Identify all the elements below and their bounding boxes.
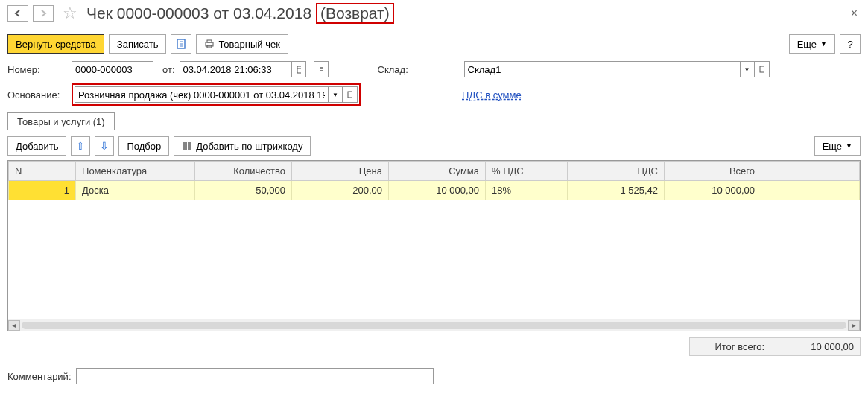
basis-highlight: ▼ (72, 83, 361, 106)
basis-combo: ▼ (75, 86, 358, 103)
col-vat[interactable]: НДС (568, 162, 665, 181)
barcode-button[interactable]: Добавить по штрихкоду (174, 136, 311, 156)
svg-rect-5 (320, 67, 323, 69)
sub-toolbar: Добавить ⇧ ⇩ Подбор Добавить по штрихкод… (7, 136, 861, 156)
title-suffix-highlight: (Возврат) (316, 3, 394, 24)
cell-sum[interactable]: 10 000,00 (389, 181, 486, 200)
more-button[interactable]: Еще ▼ (789, 34, 835, 54)
from-label: от: (162, 64, 175, 75)
col-sum[interactable]: Сумма (389, 162, 486, 181)
select-button[interactable]: Подбор (118, 136, 169, 156)
svg-rect-4 (297, 66, 301, 73)
cell-price[interactable]: 200,00 (292, 181, 389, 200)
tab-goods[interactable]: Товары и услуги (1) (7, 112, 115, 130)
header-row: ☆ Чек 0000-000003 от 03.04.2018 (Возврат… (7, 3, 861, 24)
col-item[interactable]: Номенклатура (76, 162, 195, 181)
cell-total[interactable]: 10 000,00 (665, 181, 761, 200)
date-combo (180, 61, 306, 77)
col-total[interactable]: Всего (665, 162, 761, 181)
sub-more-label: Еще (823, 141, 842, 152)
scroll-left-button[interactable]: ◄ (8, 320, 20, 331)
warehouse-open-button[interactable] (755, 61, 770, 77)
comment-label: Комментарий: (7, 371, 72, 382)
table-row[interactable]: 1 Доска 50,000 200,00 10 000,00 18% 1 52… (9, 181, 860, 200)
chevron-down-icon: ▼ (744, 66, 750, 73)
favorite-star-icon[interactable]: ☆ (63, 4, 77, 23)
tabbar: Товары и услуги (1) (7, 112, 861, 130)
cell-qty[interactable]: 50,000 (195, 181, 292, 200)
title-main: Чек 0000-000003 от 03.04.2018 (86, 4, 311, 22)
col-vat-rate[interactable]: % НДС (486, 162, 568, 181)
nds-link[interactable]: НДС в сумме (462, 89, 522, 101)
cell-item[interactable]: Доска (76, 181, 195, 200)
col-price[interactable]: Цена (292, 162, 389, 181)
number-input[interactable] (72, 61, 153, 77)
move-down-button[interactable]: ⇩ (95, 136, 114, 156)
cell-vat-rate[interactable]: 18% (486, 181, 568, 200)
svg-rect-8 (348, 92, 352, 98)
chevron-down-icon: ▼ (820, 40, 827, 48)
table-container[interactable]: N Номенклатура Количество Цена Сумма % Н… (7, 160, 861, 331)
col-n[interactable]: N (9, 162, 76, 181)
arrow-up-icon: ⇧ (76, 140, 85, 152)
more-label: Еще (797, 39, 817, 50)
page-title: Чек 0000-000003 от 03.04.2018 (Возврат) (86, 3, 394, 24)
add-button[interactable]: Добавить (7, 136, 66, 156)
date-extra-button[interactable] (314, 61, 329, 77)
print-button[interactable]: Товарный чек (196, 34, 288, 54)
table-header-row: N Номенклатура Количество Цена Сумма % Н… (9, 162, 860, 181)
warehouse-combo: ▼ (464, 61, 770, 77)
form-row-2: Основание: ▼ НДС в сумме (7, 83, 861, 106)
total-label: Итог всего: (715, 341, 764, 352)
main-toolbar: Вернуть средства Записать Товарный чек Е… (7, 34, 861, 54)
comment-row: Комментарий: (7, 368, 861, 384)
chevron-down-icon: ▼ (332, 92, 338, 98)
basis-open-button[interactable] (343, 86, 358, 103)
form-row-1: Номер: от: Склад: ▼ (7, 61, 861, 77)
svg-rect-7 (760, 66, 764, 72)
barcode-icon (182, 141, 192, 151)
open-icon (347, 91, 352, 98)
horizontal-scrollbar[interactable]: ◄ ► (8, 319, 860, 331)
refund-button[interactable]: Вернуть средства (7, 34, 104, 54)
col-qty[interactable]: Количество (195, 162, 292, 181)
items-table: N Номенклатура Количество Цена Сумма % Н… (8, 161, 860, 200)
post-document-icon[interactable] (171, 34, 191, 54)
cell-extra[interactable] (761, 181, 860, 200)
scroll-right-button[interactable]: ► (848, 320, 860, 331)
help-button[interactable]: ? (840, 34, 861, 54)
basis-input[interactable] (75, 86, 328, 103)
warehouse-label: Склад: (378, 64, 422, 75)
open-icon (759, 66, 764, 73)
calendar-icon (297, 65, 301, 74)
calendar-button[interactable] (291, 61, 306, 77)
nav-back-button[interactable] (7, 5, 28, 22)
barcode-label: Добавить по штрихкоду (196, 141, 302, 152)
printer-icon (204, 39, 215, 49)
svg-rect-2 (207, 40, 212, 42)
date-input[interactable] (180, 61, 291, 77)
move-up-button[interactable]: ⇧ (71, 136, 90, 156)
cell-vat[interactable]: 1 525,42 (568, 181, 665, 200)
save-button[interactable]: Записать (109, 34, 167, 54)
arrow-down-icon: ⇩ (100, 140, 109, 152)
comment-input[interactable] (76, 368, 434, 384)
total-value: 10 000,00 (772, 341, 854, 352)
cell-n[interactable]: 1 (9, 181, 76, 200)
basis-dropdown-button[interactable]: ▼ (328, 86, 343, 103)
col-extra[interactable] (761, 162, 860, 181)
warehouse-input[interactable] (464, 61, 740, 77)
chevron-down-icon: ▼ (846, 142, 852, 150)
number-label: Номер: (7, 64, 67, 75)
print-label: Товарный чек (218, 39, 279, 50)
scroll-track[interactable] (22, 322, 846, 329)
sub-more-button[interactable]: Еще ▼ (814, 136, 861, 156)
warehouse-dropdown-button[interactable]: ▼ (740, 61, 755, 77)
nav-forward-button[interactable] (33, 5, 54, 22)
close-button[interactable]: × (848, 7, 861, 20)
svg-rect-6 (320, 70, 323, 71)
total-row: Итог всего: 10 000,00 (689, 337, 861, 356)
basis-label: Основание: (7, 89, 67, 101)
